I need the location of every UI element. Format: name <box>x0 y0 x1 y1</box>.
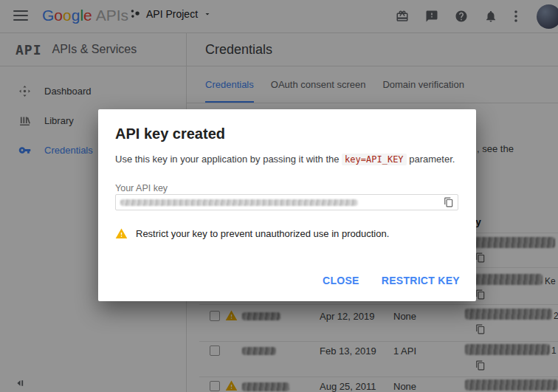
restrict-key-button[interactable]: RESTRICT KEY <box>382 275 460 286</box>
copy-icon[interactable] <box>444 197 454 207</box>
warning-text: Restrict your key to prevent unauthorize… <box>136 228 389 239</box>
api-key-field-label: Your API key <box>115 183 168 193</box>
restriction-warning: Restrict your key to prevent unauthorize… <box>115 227 389 240</box>
api-key-input[interactable] <box>115 194 458 210</box>
close-button[interactable]: CLOSE <box>323 275 359 286</box>
dialog-actions: CLOSE RESTRICT KEY <box>323 275 460 286</box>
dialog-body-text: Use this key in your application by pass… <box>115 154 455 165</box>
api-key-created-dialog: API key created Use this key in your app… <box>98 109 476 301</box>
body-prefix: Use this key in your application by pass… <box>115 154 342 165</box>
api-key-value-redacted <box>120 199 358 206</box>
app-window: GoogleAPIs API Project API APIs & Servic… <box>0 0 558 392</box>
dialog-title: API key created <box>115 125 225 142</box>
body-suffix: parameter. <box>407 154 455 165</box>
code-chip: key=API_KEY <box>342 154 406 165</box>
warning-icon <box>115 227 128 240</box>
